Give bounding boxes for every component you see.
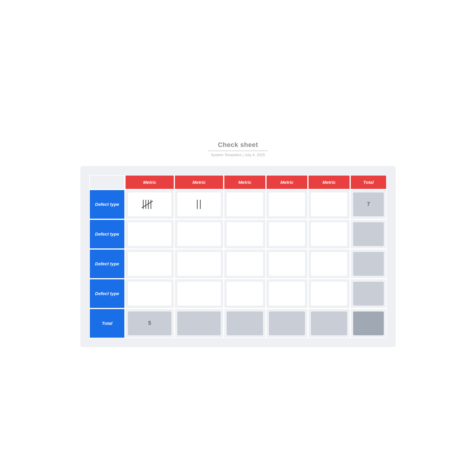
grand-total-cell	[350, 309, 387, 338]
header-total: Total	[350, 175, 387, 190]
data-cell-1-1[interactable]	[125, 190, 174, 219]
data-cell-4-3[interactable]	[224, 279, 266, 309]
cell-inner-4-5[interactable]	[311, 282, 347, 306]
total-row: Total 5	[89, 309, 387, 338]
total-cell-3	[350, 249, 387, 279]
header-metric-1: Metric	[125, 175, 174, 190]
row-label-total: Total	[89, 309, 125, 338]
data-cell-3-1[interactable]	[125, 249, 174, 279]
total-cell-4	[350, 279, 387, 309]
data-cell-1-4[interactable]	[266, 190, 308, 219]
data-cell-3-4[interactable]	[266, 249, 308, 279]
row-label-2: Defect type	[89, 219, 125, 249]
page-wrapper: Check sheet System Templates | July 4, 2…	[0, 117, 476, 359]
cell-inner-2-2[interactable]	[177, 222, 221, 246]
cell-inner-1-3[interactable]	[227, 192, 263, 216]
cell-inner-1-5[interactable]	[311, 192, 347, 216]
total-cell-2	[350, 219, 387, 249]
row-label-4: Defect type	[89, 279, 125, 309]
data-cell-1-2[interactable]	[174, 190, 224, 219]
title-divider	[208, 151, 268, 151]
bottom-total-inner-1: 5	[128, 311, 171, 335]
header-corner	[89, 175, 125, 190]
total-inner-1: 7	[353, 192, 384, 216]
table-row: Defect type	[89, 190, 387, 219]
data-cell-4-4[interactable]	[266, 279, 308, 309]
cell-inner-3-3[interactable]	[227, 252, 263, 276]
data-cell-2-3[interactable]	[224, 219, 266, 249]
cell-inner-tally5[interactable]	[128, 192, 171, 216]
total-inner-4	[353, 282, 384, 306]
grand-total-inner	[353, 311, 384, 335]
cell-inner-2-3[interactable]	[227, 222, 263, 246]
cell-inner-2-4[interactable]	[269, 222, 305, 246]
bottom-total-1: 5	[125, 309, 174, 338]
bottom-total-inner-2	[177, 311, 221, 335]
subtitle: System Templates | July 4, 2025	[208, 153, 268, 157]
cell-inner-4-3[interactable]	[227, 282, 263, 306]
bottom-total-5	[308, 309, 350, 338]
bottom-total-2	[174, 309, 224, 338]
data-cell-2-2[interactable]	[174, 219, 224, 249]
header-metric-3: Metric	[224, 175, 266, 190]
page-title: Check sheet	[208, 141, 268, 149]
cell-inner-4-2[interactable]	[177, 282, 221, 306]
data-cell-4-1[interactable]	[125, 279, 174, 309]
table-row: Defect type	[89, 249, 387, 279]
cell-inner-3-4[interactable]	[269, 252, 305, 276]
total-cell-1: 7	[350, 190, 387, 219]
data-cell-2-1[interactable]	[125, 219, 174, 249]
cell-inner-3-1[interactable]	[128, 252, 171, 276]
bottom-total-inner-4	[269, 311, 305, 335]
header-metric-5: Metric	[308, 175, 350, 190]
header-row: Metric Metric Metric Metric Metric Total	[89, 175, 387, 190]
data-cell-3-5[interactable]	[308, 249, 350, 279]
tally-2-icon	[190, 197, 208, 212]
tally-5-icon	[141, 197, 159, 212]
row-label-3: Defect type	[89, 249, 125, 279]
data-cell-3-3[interactable]	[224, 249, 266, 279]
total-inner-2	[353, 222, 384, 246]
bottom-total-inner-5	[311, 311, 347, 335]
header-metric-2: Metric	[174, 175, 224, 190]
header-metric-4: Metric	[266, 175, 308, 190]
row-label-1: Defect type	[89, 190, 125, 219]
table-row: Defect type	[89, 219, 387, 249]
total-inner-3	[353, 252, 384, 276]
data-cell-3-2[interactable]	[174, 249, 224, 279]
sheet-container: Metric Metric Metric Metric Metric Total…	[80, 166, 396, 347]
bottom-total-4	[266, 309, 308, 338]
cell-inner-4-1[interactable]	[128, 282, 171, 306]
table-row: Defect type	[89, 279, 387, 309]
data-cell-2-4[interactable]	[266, 219, 308, 249]
cell-inner-4-4[interactable]	[269, 282, 305, 306]
data-cell-2-5[interactable]	[308, 219, 350, 249]
bottom-total-3	[224, 309, 266, 338]
data-cell-1-5[interactable]	[308, 190, 350, 219]
cell-inner-2-1[interactable]	[128, 222, 171, 246]
title-section: Check sheet System Templates | July 4, 2…	[208, 141, 268, 157]
cell-inner-2-5[interactable]	[311, 222, 347, 246]
data-cell-4-5[interactable]	[308, 279, 350, 309]
check-table: Metric Metric Metric Metric Metric Total…	[89, 175, 387, 338]
data-cell-4-2[interactable]	[174, 279, 224, 309]
bottom-total-inner-3	[227, 311, 263, 335]
cell-inner-3-2[interactable]	[177, 252, 221, 276]
cell-inner-1-4[interactable]	[269, 192, 305, 216]
cell-inner-tally2[interactable]	[177, 192, 221, 216]
cell-inner-3-5[interactable]	[311, 252, 347, 276]
data-cell-1-3[interactable]	[224, 190, 266, 219]
